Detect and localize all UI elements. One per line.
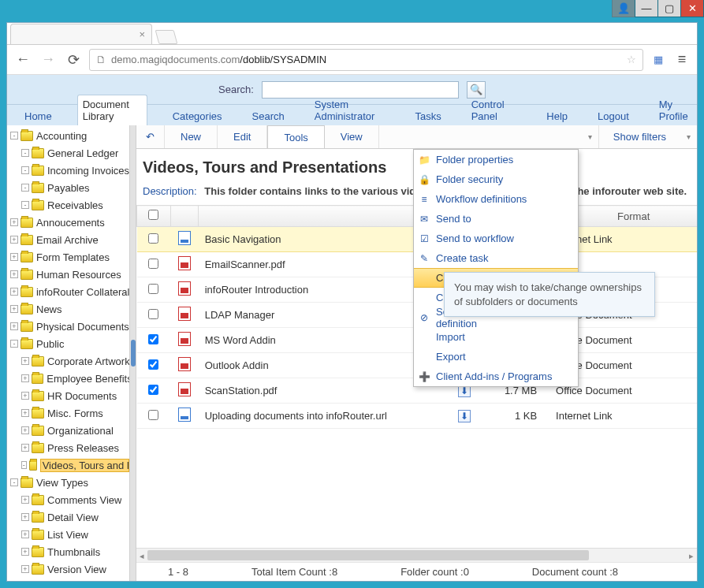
tree-node[interactable]: +Comments View (7, 491, 129, 508)
nav-tab[interactable]: Control Panel (467, 95, 522, 125)
toolbar-new[interactable]: New (165, 125, 218, 148)
scroll-left-icon[interactable]: ◂ (136, 549, 147, 563)
menu-item[interactable]: Import (414, 327, 578, 347)
expander-icon[interactable]: + (10, 322, 18, 330)
tree-node[interactable]: +News (7, 300, 129, 318)
toolbar-tools[interactable]: Tools (267, 125, 324, 148)
tree-node[interactable]: -Receivables (7, 196, 129, 214)
tree-node[interactable]: -Incoming Invoices (7, 162, 129, 179)
menu-item[interactable]: 🔒Folder security (414, 169, 578, 189)
expander-icon[interactable]: - (21, 201, 29, 209)
expander-icon[interactable]: + (21, 496, 29, 504)
tree-node[interactable]: +List View (7, 526, 129, 543)
tree-node[interactable]: +Annoucements (7, 214, 129, 231)
expander-icon[interactable]: + (10, 305, 18, 313)
row-checkbox[interactable] (148, 284, 158, 294)
expander-icon[interactable]: + (21, 409, 29, 417)
back-button[interactable]: ← (13, 51, 32, 68)
tree-node[interactable]: +Human Resources (7, 266, 129, 283)
expander-icon[interactable]: + (10, 236, 18, 244)
expander-icon[interactable]: + (10, 288, 18, 296)
tree-node[interactable]: -View Types (7, 474, 129, 491)
expander-icon[interactable]: + (21, 548, 29, 556)
menu-item[interactable]: ✉Send to (414, 209, 578, 229)
menu-item[interactable]: ☑Send to workflow (414, 229, 578, 248)
expander-icon[interactable]: - (10, 132, 18, 140)
expander-icon[interactable]: - (21, 184, 29, 192)
row-checkbox[interactable] (148, 334, 158, 344)
tab-close-icon[interactable]: × (139, 28, 145, 40)
scroll-right-icon[interactable]: ▸ (686, 549, 697, 563)
nav-tab[interactable]: Search (248, 107, 289, 125)
nav-tab[interactable]: My Profile (654, 95, 697, 125)
toolbar-overflow-icon[interactable]: ▾ (582, 132, 598, 141)
row-checkbox[interactable] (148, 385, 158, 395)
toolbar-back-button[interactable]: ↶ (136, 125, 165, 148)
tree-node[interactable]: +HR Documents (7, 387, 129, 404)
minimize-button[interactable]: — (635, 0, 658, 17)
nav-tab[interactable]: Logout (593, 107, 634, 125)
expander-icon[interactable]: - (10, 340, 18, 348)
header-name[interactable] (199, 206, 449, 227)
tree-node[interactable]: +Email Archive (7, 231, 129, 248)
nav-tab[interactable]: Help (542, 107, 572, 125)
expander-icon[interactable]: + (21, 392, 29, 400)
window-close-button[interactable]: ✕ (680, 0, 704, 17)
url-input[interactable]: 🗋 demo.magiqdocuments.com/doblib/SYSADMI… (89, 49, 643, 71)
tree-node[interactable]: +Version View (7, 560, 129, 578)
tree-node[interactable]: +Form Templates (7, 248, 129, 266)
header-checkbox[interactable] (137, 206, 171, 227)
expander-icon[interactable]: - (21, 166, 29, 174)
nav-tab[interactable]: Document Library (77, 95, 147, 125)
tree-node[interactable]: +Employee Benefits (7, 370, 129, 387)
expander-icon[interactable]: + (21, 444, 29, 452)
menu-item[interactable]: ✎Create task (414, 248, 578, 268)
expander-icon[interactable]: + (21, 513, 29, 521)
menu-item[interactable]: 📁Folder properties (414, 150, 578, 169)
scroll-thumb[interactable] (147, 550, 589, 560)
expander-icon[interactable]: + (21, 565, 29, 573)
user-icon[interactable]: 👤 (612, 0, 635, 17)
expander-icon[interactable]: + (21, 426, 29, 434)
expander-icon[interactable]: + (21, 530, 29, 538)
hamburger-menu-icon[interactable]: ≡ (673, 51, 691, 68)
menu-item[interactable]: Export (414, 347, 578, 367)
new-tab-button[interactable] (155, 30, 178, 44)
tree-node[interactable]: +Thumbnails (7, 543, 129, 560)
table-row[interactable]: Uploading documents into infoRouter.url⬇… (137, 404, 698, 429)
tree-node[interactable]: +Organizational (7, 422, 129, 439)
expander-icon[interactable]: - (10, 478, 18, 486)
nav-tab[interactable]: System Administrator (310, 95, 390, 125)
nav-tab[interactable]: Categories (168, 107, 227, 125)
tree-node[interactable]: +infoRouter Collateral (7, 283, 129, 300)
toolbar-show-filters[interactable]: Show filters (598, 125, 680, 148)
row-checkbox[interactable] (148, 410, 158, 420)
row-checkbox[interactable] (148, 233, 158, 244)
menu-item[interactable]: ➕Client Add-ins / Programs (414, 367, 578, 386)
splitter[interactable] (130, 125, 136, 581)
nav-tab[interactable]: Home (20, 107, 57, 125)
expander-icon[interactable]: + (10, 253, 18, 261)
nav-tab[interactable]: Tasks (410, 107, 445, 125)
page-action-icon[interactable]: ▦ (650, 54, 667, 65)
tree-node[interactable]: +Press Releases (7, 439, 129, 456)
toolbar-view[interactable]: View (325, 125, 379, 148)
tree-node[interactable]: -Videos, Tours and Presentations (7, 456, 129, 474)
tree-node[interactable]: -Public (7, 335, 129, 352)
tree-node[interactable]: +Misc. Forms (7, 404, 129, 422)
tree-node[interactable]: +Detail View (7, 508, 129, 526)
tree-node[interactable]: -Accounting (7, 127, 129, 144)
maximize-button[interactable]: ▢ (657, 0, 681, 17)
row-checkbox[interactable] (148, 309, 158, 319)
tree-node[interactable]: -Payables (7, 179, 129, 196)
tree-node[interactable]: -General Ledger (7, 144, 129, 162)
row-checkbox[interactable] (148, 259, 158, 269)
expander-icon[interactable]: + (10, 270, 18, 278)
reload-button[interactable]: ⟳ (64, 51, 83, 69)
horizontal-scrollbar[interactable]: ◂ ▸ (136, 548, 697, 562)
browser-tab[interactable]: × (10, 24, 152, 44)
forward-button[interactable]: → (39, 51, 58, 68)
expander-icon[interactable]: + (21, 357, 29, 365)
expander-icon[interactable]: + (10, 218, 18, 226)
download-icon[interactable]: ⬇ (458, 410, 471, 422)
